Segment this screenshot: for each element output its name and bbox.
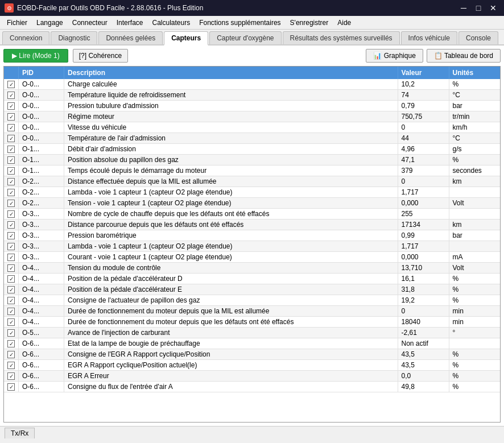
table-row[interactable]: O-6...EGR A Rapport cyclique/Position ac…: [4, 360, 500, 371]
table-row[interactable]: O-3...Pression barométrique0,99bar: [4, 230, 500, 241]
checkbox-icon: [7, 372, 15, 380]
tab-console[interactable]: Console: [458, 31, 498, 44]
row-checkbox[interactable]: [4, 328, 19, 338]
row-checkbox[interactable]: [4, 187, 19, 198]
tab-connexion[interactable]: Connexion: [2, 31, 49, 44]
row-description: Durée de fonctionnement du moteur depuis…: [64, 317, 398, 328]
tableau-button[interactable]: 📋 Tableau de bord: [427, 49, 501, 63]
menu-connecteur[interactable]: Connecteur: [68, 18, 112, 28]
table-row[interactable]: O-0...Température de l'air d'admission44…: [4, 133, 500, 144]
row-checkbox[interactable]: [4, 165, 19, 176]
tab-diagnostic[interactable]: Diagnostic: [51, 31, 97, 44]
minimize-button[interactable]: ─: [457, 3, 470, 13]
checkbox-icon: [7, 275, 15, 283]
row-unit: [449, 209, 500, 220]
table-row[interactable]: O-4...Position de la pédale d'accélérate…: [4, 284, 500, 295]
table-row[interactable]: O-4...Consigne de l'actuateur de papillo…: [4, 295, 500, 306]
table-row[interactable]: O-6...Consigne du flux de l'entrée d'air…: [4, 382, 500, 392]
row-checkbox[interactable]: [4, 252, 19, 263]
table-row[interactable]: O-0...Charge calculée10,2%: [4, 79, 500, 90]
maximize-button[interactable]: □: [472, 3, 485, 13]
graphique-button[interactable]: 📊 Graphique: [366, 49, 423, 63]
row-checkbox[interactable]: [4, 209, 19, 220]
row-checkbox[interactable]: [4, 111, 19, 122]
row-checkbox[interactable]: [4, 133, 19, 144]
table-row[interactable]: O-0...Pression tubulure d'admission0,79b…: [4, 101, 500, 111]
table-row[interactable]: O-3...Lambda - voie 1 capteur 1 (capteur…: [4, 241, 500, 252]
col-header-checkbox: [4, 67, 19, 79]
row-checkbox[interactable]: [4, 220, 19, 230]
col-header-unit: Unités: [449, 67, 500, 79]
row-checkbox[interactable]: [4, 349, 19, 360]
row-checkbox[interactable]: [4, 144, 19, 155]
row-checkbox[interactable]: [4, 317, 19, 328]
menu-bar: Fichier Langage Connecteur Interface Cal…: [0, 16, 504, 30]
row-checkbox[interactable]: [4, 155, 19, 165]
menu-fichier[interactable]: Fichier: [2, 18, 32, 28]
table-row[interactable]: O-0...Vitesse du véhicule0km/h: [4, 122, 500, 133]
row-checkbox[interactable]: [4, 101, 19, 111]
table-row[interactable]: O-0...Température liquide de refroidisse…: [4, 90, 500, 101]
table-row[interactable]: O-1...Position absolue du papillon des g…: [4, 155, 500, 165]
row-unit: [449, 187, 500, 198]
table-row[interactable]: O-4...Durée de fonctionnement du moteur …: [4, 306, 500, 317]
row-checkbox[interactable]: [4, 230, 19, 241]
table-row[interactable]: O-1...Débit d'air d'admission4,96g/s: [4, 144, 500, 155]
table-row[interactable]: O-3...Nombre de cycle de chauffe depuis …: [4, 209, 500, 220]
tab-resultats[interactable]: Résultats des systèmes surveillés: [283, 31, 400, 44]
table-row[interactable]: O-4...Tension du module de contrôle13,71…: [4, 263, 500, 274]
row-checkbox[interactable]: [4, 79, 19, 90]
menu-fonctions[interactable]: Fonctions supplémentaires: [195, 18, 285, 28]
table-row[interactable]: O-2...Tension - voie 1 capteur 1 (capteu…: [4, 198, 500, 209]
checkbox-icon: [7, 135, 15, 142]
table-row[interactable]: O-3...Distance parcourue depuis que les …: [4, 220, 500, 230]
row-checkbox[interactable]: [4, 241, 19, 252]
row-unit: °C: [449, 90, 500, 101]
table-row[interactable]: O-6...EGR A Erreur0,0%: [4, 371, 500, 382]
row-checkbox[interactable]: [4, 176, 19, 187]
coherence-button[interactable]: [?] Cohérence: [73, 49, 128, 63]
row-checkbox[interactable]: [4, 274, 19, 284]
row-checkbox[interactable]: [4, 338, 19, 349]
row-value: 255: [398, 209, 449, 220]
row-checkbox[interactable]: [4, 360, 19, 371]
table-row[interactable]: O-1...Temps écoulé depuis le démarrage d…: [4, 165, 500, 176]
menu-interface[interactable]: Interface: [112, 18, 148, 28]
sensor-table-container[interactable]: PID Description Valeur Unités O-0...Char…: [3, 66, 501, 423]
row-checkbox[interactable]: [4, 306, 19, 317]
row-checkbox[interactable]: [4, 382, 19, 392]
menu-aide[interactable]: Aide: [333, 18, 356, 28]
row-description: EGR A Erreur: [64, 371, 398, 382]
row-description: EGR A Rapport cyclique/Position actuel(l…: [64, 360, 398, 371]
tab-infos-vehicule[interactable]: Infos véhicule: [401, 31, 457, 44]
checkbox-icon: [7, 318, 15, 326]
table-row[interactable]: O-2...Distance effectuée depuis que la M…: [4, 176, 500, 187]
table-row[interactable]: O-4...Durée de fonctionnement du moteur …: [4, 317, 500, 328]
row-checkbox[interactable]: [4, 284, 19, 295]
row-checkbox[interactable]: [4, 122, 19, 133]
row-value: 0,79: [398, 101, 449, 111]
txrx-tab[interactable]: Tx/Rx: [5, 428, 35, 438]
table-row[interactable]: O-6...Consigne de l'EGR A Rapport cycliq…: [4, 349, 500, 360]
row-checkbox[interactable]: [4, 263, 19, 274]
row-checkbox[interactable]: [4, 371, 19, 382]
lire-button[interactable]: ▶ Lire (Mode 1): [3, 49, 68, 63]
tab-capteurs[interactable]: Capteurs: [164, 31, 208, 45]
row-pid: O-0...: [19, 122, 64, 133]
checkbox-icon: [7, 351, 15, 358]
table-row[interactable]: O-3...Courant - voie 1 capteur 1 (capteu…: [4, 252, 500, 263]
menu-senregistrer[interactable]: S'enregistrer: [286, 18, 333, 28]
menu-langage[interactable]: Langage: [32, 18, 68, 28]
tab-capteur-oxygene[interactable]: Capteur d'oxygène: [209, 31, 281, 44]
tab-donnees-gelees[interactable]: Données gelées: [98, 31, 163, 44]
table-row[interactable]: O-6...Etat de la lampe de bougie de préc…: [4, 338, 500, 349]
row-checkbox[interactable]: [4, 198, 19, 209]
table-row[interactable]: O-0...Régime moteur750,75tr/min: [4, 111, 500, 122]
table-row[interactable]: O-5...Avance de l'injection de carburant…: [4, 328, 500, 338]
close-button[interactable]: ✕: [487, 3, 499, 13]
table-row[interactable]: O-2...Lambda - voie 1 capteur 1 (capteur…: [4, 187, 500, 198]
row-checkbox[interactable]: [4, 90, 19, 101]
menu-calculateurs[interactable]: Calculateurs: [147, 18, 195, 28]
table-row[interactable]: O-4...Position de la pédale d'accélérate…: [4, 274, 500, 284]
row-checkbox[interactable]: [4, 295, 19, 306]
